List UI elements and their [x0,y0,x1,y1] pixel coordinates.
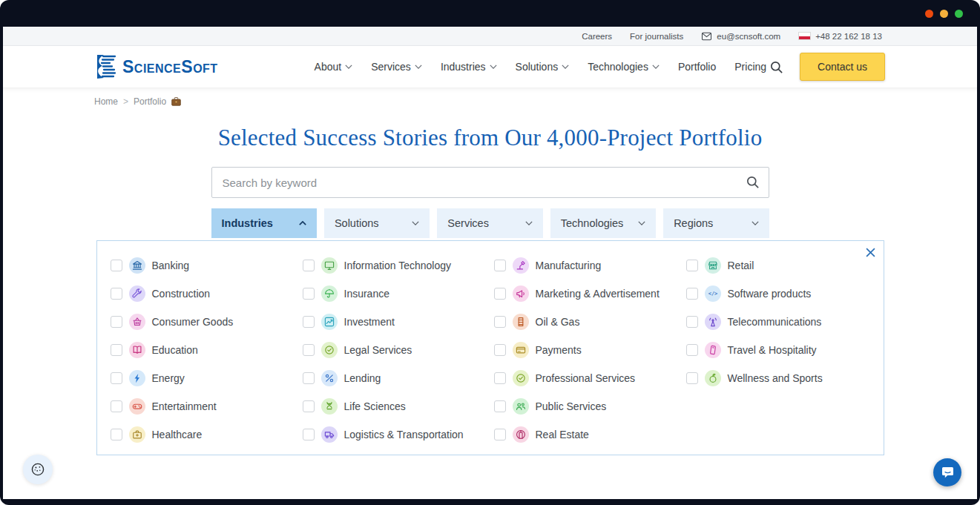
checkbox[interactable] [111,400,122,412]
checkbox[interactable] [303,316,315,328]
industry-option-marketing-and-advertisement[interactable]: Marketing & Advertisement [494,285,686,302]
checkbox[interactable] [111,344,122,356]
industry-option-healthcare[interactable]: Healthcare [111,426,303,443]
filter-tab-solutions[interactable]: Solutions [324,208,430,238]
checkbox[interactable] [686,260,698,271]
industry-label: Insurance [344,288,389,300]
checkbox[interactable] [111,372,122,384]
window-close-button[interactable] [925,10,933,18]
checkbox[interactable] [111,260,122,271]
industry-option-telecommunications[interactable]: Telecommunications [686,314,884,330]
industry-option-payments[interactable]: Payments [494,342,686,358]
checkbox[interactable] [303,288,315,300]
window-zoom-button[interactable] [955,10,963,18]
checkbox[interactable] [303,400,315,412]
contact-us-button[interactable]: Contact us [800,53,885,81]
filter-tab-services[interactable]: Services [437,208,542,238]
apple-icon [705,370,721,386]
people-icon [513,398,529,415]
industry-option-consumer-goods[interactable]: Consumer Goods [111,314,303,330]
industry-option-legal-services[interactable]: Legal Services [303,342,494,358]
checkbox[interactable] [494,288,506,300]
industry-option-construction[interactable]: Construction [111,285,303,302]
filter-tab-technologies[interactable]: Technologies [550,208,656,238]
industry-option-investment[interactable]: Investment [303,314,494,330]
industry-label: Energy [152,372,185,384]
checkbox[interactable] [494,400,506,412]
sciencesoft-logo[interactable]: ScienceSoft [94,54,218,79]
industry-option-energy[interactable]: Energy [111,370,303,386]
window-minimize-button[interactable] [940,10,948,18]
nav-solutions[interactable]: Solutions [516,61,570,73]
breadcrumb-current: Portfolio [134,96,166,107]
check-seal-icon [513,370,529,386]
chat-icon [941,466,955,480]
phone-link[interactable]: +48 22 162 18 13 [798,32,882,41]
careers-link[interactable]: Careers [582,32,612,41]
industry-option-insurance[interactable]: Insurance [303,285,494,302]
checkbox[interactable] [111,316,122,328]
checkbox[interactable] [686,316,698,328]
checkbox[interactable] [494,344,506,356]
checkbox[interactable] [494,429,506,440]
search-input[interactable] [211,167,769,198]
industry-option-logistics-and-transportation[interactable]: Logistics & Transportation [303,426,494,443]
industry-option-entertainment[interactable]: Entertainment [111,398,303,415]
industry-option-information-technology[interactable]: Information Technology [303,257,494,274]
search-icon[interactable] [769,60,783,74]
checkbox[interactable] [494,316,506,328]
cookie-settings-button[interactable] [23,455,53,484]
checkbox[interactable] [494,372,506,384]
nav-label: Portfolio [678,61,716,73]
checkbox[interactable] [111,429,122,440]
page-title: Selected Success Stories from Our 4,000-… [3,125,977,151]
industry-option-software-products[interactable]: Software products [686,285,884,302]
search-submit-icon[interactable] [746,175,760,189]
nav-technologies[interactable]: Technologies [588,61,660,73]
industry-label: Information Technology [344,260,452,271]
filter-tab-industries[interactable]: Industries [211,208,317,238]
checkbox[interactable] [303,344,315,356]
industry-option-travel-and-hospitality[interactable]: Travel & Hospitality [686,342,884,358]
nav-services[interactable]: Services [371,61,422,73]
industry-option-wellness-and-sports[interactable]: Wellness and Sports [686,370,884,386]
checkbox[interactable] [111,288,122,300]
checkbox[interactable] [686,344,698,356]
industry-option-public-services[interactable]: Public Services [494,398,686,415]
chevron-down-icon [562,65,569,69]
industry-option-oil-and-gas[interactable]: Oil & Gas [494,314,686,330]
industry-option-retail[interactable]: Retail [686,257,884,274]
industry-option-real-estate[interactable]: Real Estate [494,426,686,443]
industry-option-life-sciences[interactable]: Life Sciences [303,398,494,415]
industry-option-manufacturing[interactable]: Manufacturing [494,257,686,274]
close-icon[interactable] [866,248,875,257]
checkbox[interactable] [494,260,506,271]
journalists-link[interactable]: For journalists [630,32,683,41]
nav-pricing[interactable]: Pricing [734,61,766,73]
nav-about[interactable]: About [315,61,353,73]
window-traffic-lights[interactable] [925,10,963,18]
checkbox[interactable] [303,429,315,440]
industry-label: Software products [728,288,812,300]
filter-tab-regions[interactable]: Regions [663,208,769,238]
email-link[interactable]: eu@scnsoft.com [701,32,780,41]
basket-icon [129,314,145,330]
code-icon [705,285,721,302]
industry-label: Marketing & Advertisement [536,288,660,300]
checkbox[interactable] [686,288,698,300]
industry-label: Investment [344,316,395,328]
industry-option-lending[interactable]: Lending [303,370,494,386]
logo-text: ScienceSoft [122,57,218,77]
nav-industries[interactable]: Industries [441,61,497,73]
industry-option-banking[interactable]: Banking [111,257,303,274]
nav-portfolio[interactable]: Portfolio [678,61,716,73]
checkbox[interactable] [303,260,315,271]
megaphone-icon [513,285,529,302]
industry-option-professional-services[interactable]: Professional Services [494,370,686,386]
live-chat-button[interactable] [933,458,961,486]
checkbox[interactable] [303,372,315,384]
industry-option-education[interactable]: Education [111,342,303,358]
email-text: eu@scnsoft.com [717,32,780,41]
breadcrumb-home-link[interactable]: Home [94,96,118,107]
checkbox[interactable] [686,372,698,384]
